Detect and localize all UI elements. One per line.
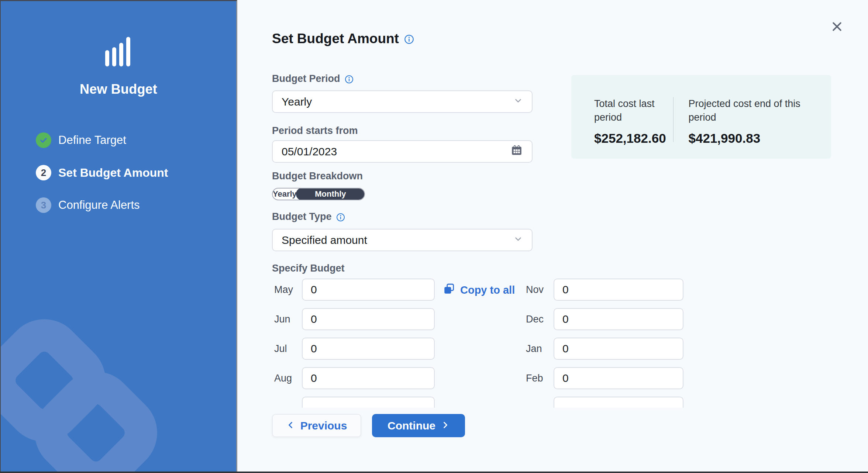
page-title-text: Set Budget Amount xyxy=(272,31,399,46)
copy-icon xyxy=(443,283,455,298)
budget-type-label-text: Budget Type xyxy=(272,211,332,222)
chevron-down-icon xyxy=(513,96,523,108)
cost-summary-card: Total cost last period $252,182.60 Proje… xyxy=(571,75,831,159)
budget-type-value: Specified amount xyxy=(282,234,513,246)
continue-button-label: Continue xyxy=(388,420,435,432)
month-row: Dec xyxy=(526,308,683,330)
month-row: Feb xyxy=(526,367,683,389)
month-amount-input-jun[interactable] xyxy=(302,308,435,330)
step-label: Define Target xyxy=(58,134,126,147)
wizard-footer: Previous Continue xyxy=(272,414,465,437)
month-label: Aug xyxy=(274,373,302,384)
period-starts-label: Period starts from xyxy=(272,125,358,137)
month-label: Jan xyxy=(526,343,554,355)
new-budget-modal: New Budget Define Target 2 Set Budget Am… xyxy=(0,0,868,473)
month-amount-input[interactable] xyxy=(302,397,435,408)
budget-breakdown-toggle: Yearly Monthly xyxy=(272,188,365,200)
step-set-budget-amount[interactable]: 2 Set Budget Amount xyxy=(36,165,168,180)
budget-type-select[interactable]: Specified amount xyxy=(272,229,533,251)
period-starts-label-text: Period starts from xyxy=(272,125,358,137)
chevron-right-icon xyxy=(441,420,450,432)
toggle-option-monthly[interactable]: Monthly xyxy=(296,188,365,200)
previous-button-label: Previous xyxy=(300,420,347,432)
specify-budget-label-text: Specify Budget xyxy=(272,263,345,274)
month-row: Aug xyxy=(274,367,435,389)
step-number-badge: 2 xyxy=(36,165,51,180)
budget-period-label-text: Budget Period xyxy=(272,73,340,84)
month-amount-input-jul[interactable] xyxy=(302,338,435,360)
set-budget-amount-panel: Set Budget Amount Total cost last period… xyxy=(237,0,868,473)
total-cost-value: $252,182.60 xyxy=(594,131,673,146)
budget-period-value: Yearly xyxy=(282,96,513,108)
projected-cost-value: $421,990.83 xyxy=(688,131,831,146)
step-label: Set Budget Amount xyxy=(58,166,168,180)
step-define-target[interactable]: Define Target xyxy=(36,132,168,148)
period-starts-field xyxy=(272,140,533,163)
budget-breakdown-label-text: Budget Breakdown xyxy=(272,170,363,182)
month-row-partial xyxy=(526,397,683,408)
month-amount-input-may[interactable] xyxy=(302,279,435,301)
month-column-left: May Jun Jul Aug xyxy=(274,279,435,408)
period-starts-input[interactable] xyxy=(282,145,510,158)
summary-divider xyxy=(673,97,674,142)
month-row: Jun xyxy=(274,308,435,330)
step-configure-alerts[interactable]: 3 Configure Alerts xyxy=(36,197,168,213)
continue-button[interactable]: Continue xyxy=(372,414,465,437)
specify-budget-label: Specify Budget xyxy=(272,263,345,274)
info-icon[interactable] xyxy=(345,75,354,84)
month-label: Jul xyxy=(274,343,302,355)
window-bottom-edge xyxy=(0,472,868,473)
month-amount-input[interactable] xyxy=(554,397,683,408)
copy-to-all-label: Copy to all xyxy=(460,284,515,296)
month-column-right: Nov Dec Jan Feb xyxy=(526,279,683,408)
month-amount-input-feb[interactable] xyxy=(554,367,683,389)
chevron-down-icon xyxy=(513,234,523,246)
check-icon xyxy=(36,132,51,148)
info-icon[interactable] xyxy=(336,213,345,222)
wizard-steps: Define Target 2 Set Budget Amount 3 Conf… xyxy=(36,132,168,230)
toggle-option-yearly[interactable]: Yearly xyxy=(273,189,297,200)
month-amount-input-jan[interactable] xyxy=(554,338,683,360)
month-label: Dec xyxy=(526,314,554,325)
step-number-badge: 3 xyxy=(36,197,51,213)
close-icon[interactable] xyxy=(829,18,845,35)
month-amount-input-dec[interactable] xyxy=(554,308,683,330)
calendar-icon[interactable] xyxy=(510,144,523,159)
month-row-partial xyxy=(274,397,435,408)
projected-cost-label: Projected cost end of this period xyxy=(688,97,831,124)
budget-breakdown-label: Budget Breakdown xyxy=(272,170,363,182)
bar-chart-logo-icon xyxy=(105,37,130,66)
month-row: May xyxy=(274,279,435,301)
budget-type-label: Budget Type xyxy=(272,211,345,222)
month-label: May xyxy=(274,284,302,296)
budget-period-label: Budget Period xyxy=(272,73,354,84)
month-amount-input-aug[interactable] xyxy=(302,367,435,389)
copy-to-all-button[interactable]: Copy to all xyxy=(443,283,515,298)
month-label: Jun xyxy=(274,314,302,325)
previous-button[interactable]: Previous xyxy=(272,414,361,437)
month-row: Jul xyxy=(274,338,435,360)
month-label: Feb xyxy=(526,373,554,384)
page-title: Set Budget Amount xyxy=(272,31,414,46)
month-row: Nov xyxy=(526,279,683,301)
total-cost-label: Total cost last period xyxy=(594,97,673,124)
wizard-sidebar: New Budget Define Target 2 Set Budget Am… xyxy=(0,0,237,473)
wizard-title: New Budget xyxy=(1,82,236,97)
info-icon[interactable] xyxy=(404,34,414,44)
month-row: Jan xyxy=(526,338,683,360)
month-amount-input-nov[interactable] xyxy=(554,279,683,301)
month-label: Nov xyxy=(526,284,554,296)
chevron-left-icon xyxy=(286,420,295,432)
budget-period-select[interactable]: Yearly xyxy=(272,90,533,113)
step-label: Configure Alerts xyxy=(58,198,140,212)
month-budget-grid: May Jun Jul Aug xyxy=(274,277,695,408)
